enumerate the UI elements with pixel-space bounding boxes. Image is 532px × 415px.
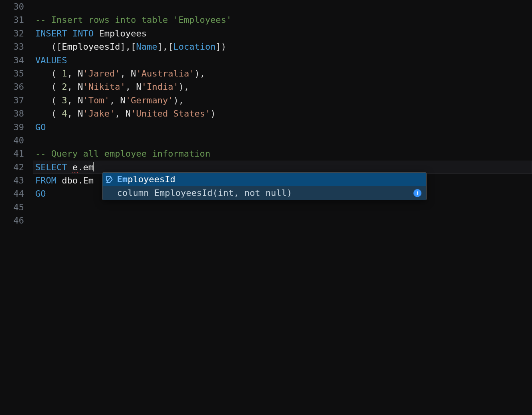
code-line[interactable]: ( 1, N'Jared', N'Australia'), bbox=[35, 67, 532, 80]
code-editor[interactable]: 30 31 32 33 34 35 36 37 38 39 40 41 42 4… bbox=[0, 0, 532, 415]
line-number: 30 bbox=[0, 0, 24, 13]
line-number: 33 bbox=[0, 40, 24, 53]
code-line[interactable]: ( 4, N'Jake', N'United States') bbox=[35, 107, 532, 120]
line-number: 44 bbox=[0, 187, 24, 200]
line-number: 34 bbox=[0, 54, 24, 67]
line-number: 35 bbox=[0, 67, 24, 80]
code-line[interactable]: INSERT INTO Employees bbox=[35, 27, 532, 40]
code-line[interactable]: -- Insert rows into table 'Employees' bbox=[35, 13, 532, 26]
line-number: 32 bbox=[0, 27, 24, 40]
line-number: 42 bbox=[0, 161, 24, 174]
line-number-gutter: 30 31 32 33 34 35 36 37 38 39 40 41 42 4… bbox=[0, 0, 35, 415]
line-number: 36 bbox=[0, 80, 24, 93]
code-line[interactable] bbox=[35, 134, 532, 147]
code-line[interactable] bbox=[35, 0, 532, 13]
line-number: 37 bbox=[0, 94, 24, 107]
line-number: 41 bbox=[0, 147, 24, 160]
line-number: 38 bbox=[0, 107, 24, 120]
code-line[interactable] bbox=[35, 214, 532, 227]
info-icon[interactable]: i bbox=[413, 189, 421, 197]
code-line[interactable]: VALUES bbox=[35, 54, 532, 67]
intellisense-popup[interactable]: EmployeesId column EmployeesId(int, not … bbox=[102, 172, 427, 200]
error-squiggle: e bbox=[73, 162, 78, 173]
line-number: 43 bbox=[0, 174, 24, 187]
suggestion-detail-text: column EmployeesId(int, not null) bbox=[105, 186, 292, 199]
code-line[interactable]: ( 2, N'Nikita', N'India'), bbox=[35, 80, 532, 93]
suggestion-detail: column EmployeesId(int, not null) i bbox=[103, 186, 426, 200]
suggestion-item[interactable]: EmployeesId bbox=[103, 173, 426, 186]
code-area[interactable]: -- Insert rows into table 'Employees' IN… bbox=[35, 0, 532, 415]
code-line[interactable]: ([EmployeesId],[Name],[Location]) bbox=[35, 40, 532, 53]
field-icon bbox=[105, 175, 114, 184]
line-number: 45 bbox=[0, 201, 24, 214]
text-cursor bbox=[93, 162, 94, 171]
code-line[interactable]: -- Query all employee information bbox=[35, 147, 532, 160]
suggestion-label: EmployeesId bbox=[117, 173, 175, 186]
code-line[interactable] bbox=[35, 201, 532, 214]
line-number: 31 bbox=[0, 13, 24, 26]
code-line[interactable]: ( 3, N'Tom', N'Germany'), bbox=[35, 94, 532, 107]
line-number: 46 bbox=[0, 214, 24, 227]
line-number: 39 bbox=[0, 121, 24, 134]
line-number: 40 bbox=[0, 134, 24, 147]
code-line[interactable]: GO bbox=[35, 121, 532, 134]
